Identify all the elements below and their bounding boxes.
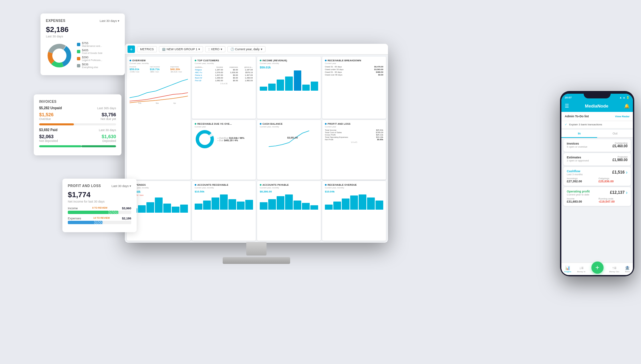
overview-title: OVERVIEW xyxy=(130,59,188,62)
chevron-right-icon: › xyxy=(626,170,628,175)
pl-row: Total Income$25.91k xyxy=(325,129,383,131)
expenses-card: EXPENSES Last 30 days ▾ $2,186 Last 30 d… xyxy=(40,13,125,75)
table-row: Port &f1,082.00$0.001,082.00 xyxy=(195,79,253,82)
svg-text:$3,051.00: $3,051.00 xyxy=(287,136,298,139)
add-button[interactable]: + xyxy=(128,46,135,53)
widget-top-customers: TOP CUSTOMERS Current year, monthly cust… xyxy=(192,57,256,119)
receivable-row: Owed 61 - 90 days$466.50 xyxy=(325,71,383,73)
pl-row: Gross Profit$25.11k xyxy=(325,134,383,136)
nav-money-in[interactable]: ↓≡ Money In xyxy=(577,266,586,273)
expenses-amount: $2,186 xyxy=(46,25,119,34)
chevron-period-icon: ▾ xyxy=(261,48,262,51)
invoices-card-title: INVOICES xyxy=(39,100,57,103)
widget-cash-balance: CASH BALANCE Current year, monthly $3,05… xyxy=(257,120,321,180)
nav-bank[interactable]: 🏦 Bank xyxy=(625,266,630,273)
users-icon: 🏢 xyxy=(162,48,166,51)
widget-accounts-receivable: ACCOUNTS RECEIVABLE Current year, monthl… xyxy=(192,181,256,241)
pl-income-row: Income 8 TO REVIEW $3,960 xyxy=(68,207,131,214)
phone-operating-card[interactable]: Operating profit Current year to date £1… xyxy=(563,187,631,206)
metrics-btn[interactable]: METRICS xyxy=(137,46,157,52)
invoices-paid-progress xyxy=(39,145,116,147)
dashboard-toolbar: + METRICS 🏢 NEW USER GROUP 1 ▾ :: XERO ▾… xyxy=(125,44,388,55)
tab-out[interactable]: Out xyxy=(597,130,633,137)
widget-receivable-overdue: RECEIVABLE OVERDUE Current year, monthly… xyxy=(322,181,386,241)
table-row: Ridgew1,187.00$0.001,187.00 xyxy=(195,68,253,71)
phone-invoices-card: Invoices 5 open or overdue Outstanding £… xyxy=(563,139,631,152)
operating-title: Operating profit xyxy=(567,190,590,193)
menu-icon[interactable]: ☰ xyxy=(565,103,569,109)
widget-receivable-due: RECEIVABLE DUE VS OVE... Current year • … xyxy=(192,120,256,180)
expenses-legend: $755Maintenance and... $405Cost of Goods… xyxy=(77,41,103,70)
pl-row: Total Cost of Sales$795.00 xyxy=(325,131,383,133)
todo-item: ✓ Explain 3 bank transactions xyxy=(561,121,633,128)
widget-receivable-breakdown: RECEIVABLE BREAKDOWN Current year Owed 3… xyxy=(322,57,386,119)
expenses-donut-svg xyxy=(46,42,73,69)
phone-cashflow-card[interactable]: Cashflow Last 3 months £1,516 › Incoming… xyxy=(563,167,631,186)
nav-insights[interactable]: 📊 Insights xyxy=(564,266,572,273)
pl-row: Total Operating Expenses$19.16k xyxy=(325,136,383,138)
invoices-overdue-row: $1,526 Overdue $3,756 Not due yet xyxy=(39,112,116,121)
todo-section-header: Admin To-Do list View Radar xyxy=(561,112,633,121)
monitor-stand xyxy=(223,242,290,269)
invoices-progress-bar xyxy=(39,123,116,125)
nav-money-out[interactable]: ↑≡ Money Out xyxy=(609,266,619,273)
phone-tabs: In Out xyxy=(561,130,633,138)
phone-estimates-card: Estimates 2 open or approved Projected £… xyxy=(563,153,631,165)
insights-icon: 📊 xyxy=(565,266,570,270)
pl-sublabel: Net income for last 30 days xyxy=(68,200,131,203)
ar-bar-chart xyxy=(195,194,253,210)
tab-in[interactable]: In xyxy=(561,130,597,138)
receivable-row: Owed under 30 days$3,563.00 xyxy=(325,68,383,70)
svg-text:Apr: Apr xyxy=(173,102,176,104)
incomings-col: Incomings £27,352.00 xyxy=(567,177,596,183)
phone-header: ☰ MediaNode 🔔 xyxy=(561,101,633,112)
widget-profit-loss: PROFIT AND LOSS Current year Total Incom… xyxy=(322,120,386,180)
widget-accounts-payable: ACCOUNTS PAYABLE Current year, monthly $… xyxy=(257,181,321,241)
phone-bottom-nav: 📊 Insights ↓≡ Money In + ↑≡ Money Out 🏦 … xyxy=(561,263,633,275)
receivable-row: Owed 31 - 60 days$6,479.00 xyxy=(325,66,383,68)
user-group-select[interactable]: 🏢 NEW USER GROUP 1 ▾ xyxy=(159,46,203,52)
customer-table: custom... income expenses gross p... Rid… xyxy=(195,66,253,82)
income-col: Income £31,683.00 xyxy=(567,198,596,203)
table-row: Bank W1,299.00$0.001,299.00 xyxy=(195,77,253,79)
customer-pagination: 1-5 of 20 xyxy=(195,83,253,85)
table-row: Petrie b1,407.00$0.001,407.00 xyxy=(195,74,253,77)
income-bar-chart xyxy=(260,70,318,91)
widget-income-revenue: INCOME (REVENUE) Current year, monthly $… xyxy=(257,57,321,119)
metric-income: income $59.01k +0.08k / mon xyxy=(130,66,147,73)
pl-expenses-row: Expenses 14 TO REVIEW $2,186 xyxy=(68,217,131,224)
expenses-card-title: EXPENSES xyxy=(46,19,65,23)
estimates-title: Estimates xyxy=(567,156,589,159)
phone: 20:07 ▲ ▲ 🔋 ☰ MediaNode 🔔 Admin To-Do li… xyxy=(560,91,634,276)
view-radar-link[interactable]: View Radar xyxy=(615,115,630,118)
receivable-due-donut: • OverDue $10.04k / 96% • Due $461.20 / … xyxy=(195,129,253,149)
period-select[interactable]: 🕐 Current year, daily ▾ xyxy=(227,46,266,52)
widget-overview: OVERVIEW Current year, monthly income $5… xyxy=(127,57,191,180)
chevron-right-op-icon: › xyxy=(626,190,628,195)
monitor-dashboard: + METRICS 🏢 NEW USER GROUP 1 ▾ :: XERO ▾… xyxy=(125,44,388,243)
ap-bar-chart xyxy=(260,194,318,210)
expenses-bar-chart xyxy=(130,198,188,213)
fab-add-button[interactable]: + xyxy=(591,262,604,274)
bell-icon[interactable]: 🔔 xyxy=(624,103,630,109)
invoices-card: INVOICES $5,282 Unpaid Last 365 days $1,… xyxy=(34,94,121,155)
top-customers-title: TOP CUSTOMERS xyxy=(195,59,253,62)
chevron-icon: ▾ xyxy=(198,48,200,51)
receivable-row: Owed over 90 days$0.00 xyxy=(325,74,383,76)
pl-period[interactable]: Last 30 days ▾ xyxy=(111,184,131,188)
check-icon: ✓ xyxy=(565,123,567,126)
status-icons: ▲ ▲ 🔋 xyxy=(619,96,630,99)
invoices-title: Invoices xyxy=(567,142,587,145)
table-row: ABC Fu1,576.001,000.00$576.10 xyxy=(195,71,253,74)
money-out-icon: ↑≡ xyxy=(612,266,616,270)
svg-text:Feb: Feb xyxy=(138,102,141,104)
metric-net-income: net income $18.71k -$89k / mon xyxy=(150,66,167,73)
phone-screen: 20:07 ▲ ▲ 🔋 ☰ MediaNode 🔔 Admin To-Do li… xyxy=(561,94,633,275)
xero-select[interactable]: :: XERO ▾ xyxy=(205,46,225,52)
expenses-sublabel: Last 30 days xyxy=(46,35,119,38)
metric-expenses: expenses $40.30k +$5,312k / mon xyxy=(170,66,188,73)
expenses-period[interactable]: Last 30 days ▾ xyxy=(100,19,119,23)
running-col: Running costs -£19,547.00 xyxy=(598,198,628,203)
svg-point-10 xyxy=(53,49,66,62)
phone-content: Admin To-Do list View Radar ✓ Explain 3 … xyxy=(561,112,633,263)
